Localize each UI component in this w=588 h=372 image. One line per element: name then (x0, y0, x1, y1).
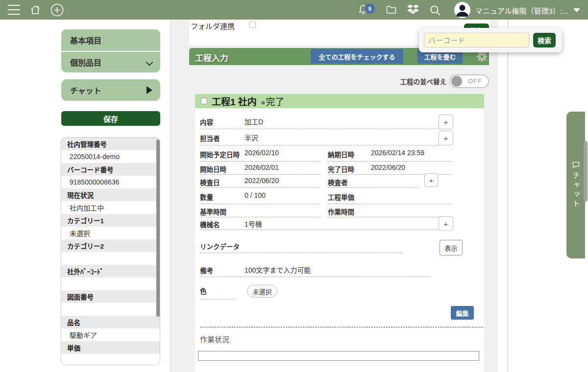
unit-price-label: 工程単価 (328, 192, 354, 202)
finish-value: 2022/06/20 (371, 163, 405, 171)
field-row-content[interactable]: 内容 加工D (200, 113, 451, 129)
link-data-show-button[interactable]: 表示 (440, 240, 463, 256)
sidebar-chat-label: チャット (70, 84, 101, 96)
planned-start-label: 開始予定日時 (200, 149, 240, 159)
due-label: 納期日時 (328, 149, 354, 159)
panel-scrollbar[interactable] (156, 140, 160, 317)
field-row-std-time[interactable]: 基準時間 (200, 204, 320, 217)
field-label: 社内管理番号 (61, 138, 160, 150)
main-content: フォルダ連携 保存 工程入力 全ての工程をチェックする 工程を畳む (171, 20, 508, 372)
chat-side-tab[interactable]: チャット (566, 112, 585, 258)
user-menu-label[interactable]: マニュアル権限（管理3）:... (475, 5, 568, 16)
sidebar-chat-button[interactable]: チャット (61, 79, 160, 101)
field-value[interactable] (61, 278, 160, 290)
folder-icon[interactable] (385, 4, 397, 16)
sidebar-nav-group: 基本項目 個別品目 (61, 29, 160, 72)
assignee-label: 担当者 (200, 133, 220, 143)
content-label: 内容 (200, 117, 213, 127)
field-row-link-data[interactable]: リンクデータ (200, 237, 402, 253)
sort-toggle-row: 工程の並べ替え OFF (189, 74, 489, 88)
field-label: カテゴリー2 (61, 239, 160, 252)
sidebar-save-button[interactable]: 保存 (61, 111, 160, 126)
field-label: 品名 (61, 316, 160, 328)
field-value[interactable]: 22050014-demo (61, 150, 160, 163)
field-row-planned-start[interactable]: 開始予定日時 2026/02/10 (200, 145, 320, 162)
sort-toggle-label: 工程の並べ替え (400, 76, 447, 86)
field-row-inspect-date[interactable]: 検査日 2022/06/20 (200, 175, 320, 188)
color-select-pill[interactable]: 未選択 (247, 285, 277, 298)
field-value[interactable] (61, 252, 160, 265)
work-time-label: 作業時間 (328, 207, 354, 216)
sidebar: 基本項目 個別品目 チャット 保存 社内管理番号 22050014-demo バ… (0, 20, 171, 372)
finish-label: 完了日時 (328, 164, 354, 174)
page-scrollbar[interactable] (584, 141, 588, 202)
field-row-due[interactable]: 納期日時 2026/02/14 23:59 (328, 145, 451, 162)
qty-value: 0 / 100 (245, 191, 266, 199)
notification-badge: 9 (365, 3, 375, 14)
barcode-popup: 検索 (419, 28, 562, 52)
note-value: 100文字まで入力可能 (245, 265, 311, 275)
due-value: 2026/02/14 23:59 (371, 149, 424, 157)
check-all-processes-button[interactable]: 全ての工程をチェックする (311, 49, 403, 64)
field-value[interactable]: 社内加工中 (61, 201, 160, 214)
barcode-input[interactable] (424, 33, 529, 47)
field-label: 図面番号 (61, 290, 160, 303)
machine-label: 機械名 (200, 219, 220, 229)
planned-start-value: 2026/02/10 (245, 149, 279, 157)
process-card: 工程1 社内 ●完了 内容 加工D + 担当者 半沢 + 開始予定日時 2026… (195, 94, 484, 372)
field-row-inspector[interactable]: 検査者 (328, 175, 419, 188)
content-add-button[interactable]: + (439, 115, 453, 129)
field-row-unit-price[interactable]: 工程単価 (328, 188, 451, 204)
search-icon[interactable] (429, 4, 441, 16)
sidebar-item-basic[interactable]: 基本項目 (61, 29, 160, 51)
user-menu-caret-icon[interactable] (573, 8, 580, 12)
chat-side-tab-label: チャット (571, 172, 581, 209)
start-value: 2026/02/01 (245, 163, 279, 171)
chat-bubble-icon (572, 161, 580, 169)
sidebar-item-individual[interactable]: 個別品目 (61, 51, 160, 72)
toggle-state-label: OFF (468, 77, 482, 85)
sidebar-item-individual-label: 個別品目 (70, 56, 101, 68)
menu-icon[interactable] (8, 5, 20, 15)
note-label: 備考 (200, 265, 213, 275)
status-text: 完了 (266, 97, 284, 107)
field-row-color[interactable]: 色 (200, 281, 236, 300)
dropbox-icon[interactable] (407, 4, 418, 16)
field-value[interactable] (61, 354, 160, 365)
process-section-title: 工程入力 (195, 51, 228, 64)
field-value[interactable] (61, 303, 160, 316)
field-row-qty[interactable]: 数量 0 / 100 (200, 188, 320, 204)
barcode-search-button[interactable]: 検索 (533, 33, 556, 47)
field-row-machine[interactable]: 機械名 1号機 (200, 217, 451, 230)
field-row-start[interactable]: 開始日時 2026/02/01 (200, 162, 320, 175)
std-time-label: 基準時間 (200, 207, 226, 216)
field-value[interactable]: 駆動ギア (61, 328, 160, 341)
inspector-add-button[interactable]: + (424, 173, 438, 187)
work-status-input[interactable] (198, 351, 479, 361)
inspect-date-value: 2022/06/20 (245, 177, 279, 185)
field-row-assignee[interactable]: 担当者 半沢 (200, 129, 451, 145)
field-row-work-time[interactable]: 作業時間 (328, 204, 451, 217)
toggle-knob (451, 76, 462, 87)
machine-value: 1号機 (245, 219, 262, 229)
main-scroll-gutter (498, 20, 508, 372)
machine-add-button[interactable]: + (439, 216, 453, 231)
sidebar-item-basic-label: 基本項目 (70, 34, 101, 46)
arrow-right-icon (147, 86, 152, 94)
add-icon[interactable] (50, 3, 64, 17)
start-label: 開始日時 (200, 164, 226, 174)
home-icon[interactable] (29, 4, 41, 16)
sort-toggle[interactable]: OFF (449, 74, 489, 88)
work-status-label: 作業状況 (200, 334, 229, 344)
edit-button[interactable]: 編集 (451, 306, 474, 320)
avatar[interactable] (454, 2, 470, 18)
chevron-down-icon (146, 58, 153, 66)
field-row-note[interactable]: 備考 100文字まで入力可能 (200, 261, 429, 277)
field-row-finish[interactable]: 完了日時 2022/06/20 (328, 162, 451, 175)
field-value[interactable]: 9185000008636 (61, 176, 160, 188)
field-value[interactable]: 未選択 (61, 227, 160, 239)
folder-link-checkbox[interactable] (249, 22, 256, 28)
assignee-add-button[interactable]: + (439, 131, 453, 145)
process-checkbox[interactable] (201, 98, 207, 104)
topbar: 9 マニュアル権限（管理3）:... (0, 0, 588, 20)
